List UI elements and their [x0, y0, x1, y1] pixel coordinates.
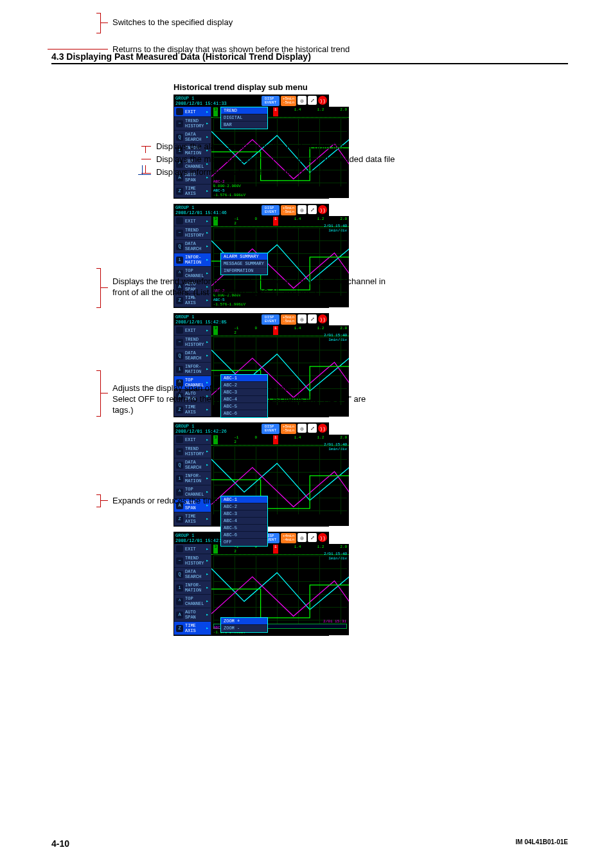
- rate-icon[interactable]: +5min-5min: [281, 424, 296, 434]
- menu-item[interactable]: EXIT▸: [174, 216, 211, 226]
- menu-icon: Z: [176, 188, 183, 195]
- zoom-icon[interactable]: ⤢: [308, 533, 317, 542]
- record-icon[interactable]: )): [318, 314, 327, 323]
- menu-item[interactable]: EXIT▸: [174, 325, 211, 336]
- record-icon[interactable]: )): [318, 96, 327, 105]
- menu-item[interactable]: QDATA SEARCH▸: [174, 240, 211, 253]
- page-number: 4-10: [51, 838, 69, 849]
- toggle-icon[interactable]: ◎: [298, 205, 306, 214]
- submenu-item[interactable]: ABC-3: [221, 511, 267, 518]
- rate-icon[interactable]: +5min-5min: [281, 314, 296, 325]
- submenu-item[interactable]: ZOOM -: [221, 625, 267, 632]
- submenu-item[interactable]: ABC-1: [221, 375, 267, 382]
- chevron-right-icon: ▸: [206, 449, 208, 454]
- menu-icon: ~: [176, 557, 183, 565]
- chevron-right-icon: ▸: [206, 121, 208, 126]
- hook-line: [138, 165, 143, 175]
- menu-item[interactable]: ^TOP CHANNEL▸: [174, 595, 211, 608]
- menu-item[interactable]: ~TREND HISTORY▸: [174, 117, 211, 131]
- disp-event-icon[interactable]: DISPEVENT: [262, 205, 280, 215]
- zoom-icon[interactable]: ⤢: [308, 424, 317, 433]
- zoom-icon[interactable]: ⤢: [308, 205, 317, 214]
- record-icon[interactable]: )): [318, 533, 327, 542]
- menu-label: TREND HISTORY: [185, 446, 204, 457]
- menu-item[interactable]: ~TREND HISTORY▸: [174, 336, 211, 349]
- device-screen: GROUP 1 2008/12/01 15:42:26DISPEVENT+5mi…: [173, 422, 329, 527]
- zoom-icon[interactable]: ⤢: [308, 96, 317, 105]
- menu-label: DATA SEARCH: [185, 460, 204, 470]
- menu-item[interactable]: QDATA SEARCH▸: [174, 458, 211, 472]
- annotation-text: Displays the trend waveform and scale ma…: [112, 276, 389, 298]
- page-footer: 4-10 IM 04L41B01-01E: [51, 838, 568, 849]
- annotation-text: Switches to the specified display: [112, 17, 233, 28]
- menu-icon: Z: [176, 297, 183, 304]
- chevron-right-icon: ▸: [206, 612, 208, 617]
- submenu-item[interactable]: ABC-6: [221, 532, 267, 539]
- menu-item[interactable]: AAUTO SPAN▸: [174, 608, 211, 622]
- menu-item[interactable]: ~TREND HISTORY▸: [174, 226, 211, 240]
- annotation-text: Displays the alarm summary in the loaded…: [156, 141, 343, 152]
- toggle-icon[interactable]: ◎: [298, 96, 306, 105]
- submenu-item[interactable]: ABC-2: [221, 503, 267, 511]
- submenu-item[interactable]: ABC-5: [221, 403, 267, 410]
- menu-icon: i: [176, 584, 183, 592]
- submenu-item[interactable]: INFORMATION: [221, 267, 267, 275]
- menu-item[interactable]: ZTIME AXIS▸: [174, 185, 211, 198]
- disp-event-icon[interactable]: DISPEVENT: [262, 424, 280, 434]
- submenu-item[interactable]: DIGITAL: [221, 114, 267, 122]
- toggle-icon[interactable]: ◎: [298, 424, 306, 433]
- menu-item[interactable]: iINFOR- MATION▸: [174, 253, 211, 267]
- submenu-item[interactable]: ABC-2: [221, 382, 267, 389]
- toggle-icon[interactable]: ◎: [298, 314, 306, 323]
- group-label: GROUP 1 2008/12/01 15:42:26: [175, 424, 227, 434]
- menu-item[interactable]: ZTIME AXIS▸: [174, 512, 211, 526]
- record-icon[interactable]: )): [318, 424, 327, 433]
- menu-item[interactable]: iINFOR- MATION▸: [174, 472, 211, 485]
- leader-line: [145, 173, 151, 174]
- submenu-item[interactable]: OFF: [221, 539, 267, 546]
- submenu: ALARM SUMMARYMESSAGE SUMMARYINFORMATION: [220, 253, 268, 275]
- menu-item[interactable]: EXIT▸: [174, 107, 211, 117]
- record-icon[interactable]: )): [318, 205, 327, 214]
- submenu-item[interactable]: MESSAGE SUMMARY: [221, 260, 267, 267]
- context-menu: EXIT▸~TREND HISTORY▸QDATA SEARCH▸iINFOR-…: [174, 544, 211, 635]
- disp-event-icon[interactable]: DISPEVENT: [262, 314, 280, 325]
- chevron-right-icon: ▸: [206, 230, 208, 235]
- chevron-right-icon: ▸: [206, 134, 208, 140]
- menu-item[interactable]: ~TREND HISTORY▸: [174, 554, 211, 568]
- submenu-item[interactable]: ALARM SUMMARY: [221, 253, 267, 260]
- brace-icon: [96, 494, 101, 507]
- submenu-item[interactable]: ABC-3: [221, 389, 267, 396]
- submenu-item[interactable]: TREND: [221, 107, 267, 114]
- menu-label: INFOR- MATION: [185, 583, 204, 593]
- menu-item[interactable]: QDATA SEARCH▸: [174, 568, 211, 581]
- submenu-item[interactable]: ABC-5: [221, 525, 267, 532]
- submenu: ABC-1ABC-2ABC-3ABC-4ABC-5ABC-6: [220, 374, 268, 418]
- submenu-item[interactable]: BAR: [221, 122, 267, 129]
- menu-item[interactable]: iINFOR- MATION▸: [174, 363, 211, 376]
- zoom-icon[interactable]: ⤢: [308, 314, 317, 323]
- menu-label: TREND HISTORY: [185, 228, 204, 238]
- menu-item[interactable]: iINFOR- MATION▸: [174, 581, 211, 595]
- menu-label: INFOR- MATION: [185, 255, 204, 265]
- menu-item[interactable]: EXIT▸: [174, 435, 211, 445]
- rate-icon[interactable]: +5min-5min: [281, 96, 296, 106]
- menu-item[interactable]: ZTIME AXIS▸: [174, 622, 211, 635]
- menu-icon: ~: [176, 120, 183, 127]
- menu-icon: [176, 545, 183, 552]
- menu-label: EXIT: [185, 109, 204, 114]
- menu-item[interactable]: QDATA SEARCH▸: [174, 349, 211, 363]
- toggle-icon[interactable]: ◎: [298, 533, 306, 542]
- submenu-item[interactable]: ABC-1: [221, 496, 267, 503]
- menu-label: TIME AXIS: [185, 514, 204, 524]
- menu-item[interactable]: ~TREND HISTORY▸: [174, 445, 211, 458]
- rate-icon[interactable]: +5min-5min: [281, 205, 296, 215]
- menu-icon: [176, 436, 183, 443]
- submenu-item[interactable]: ABC-6: [221, 410, 267, 417]
- submenu-item[interactable]: ABC-4: [221, 518, 267, 525]
- submenu-item[interactable]: ABC-4: [221, 396, 267, 403]
- disp-event-icon[interactable]: DISPEVENT: [262, 96, 280, 106]
- rate-icon[interactable]: +4min-4min: [281, 533, 296, 543]
- submenu-item[interactable]: ZOOM +: [221, 618, 267, 625]
- menu-item[interactable]: EXIT▸: [174, 544, 211, 554]
